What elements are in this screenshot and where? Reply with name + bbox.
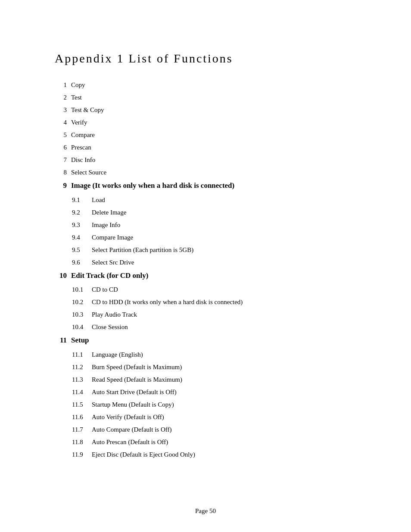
toc-section-header: 10Edit Track (for CD only) bbox=[55, 269, 356, 283]
top-item-num: 6 bbox=[55, 142, 67, 153]
section-label: Setup bbox=[71, 334, 89, 347]
section-label: Image (It works only when a hard disk is… bbox=[71, 179, 234, 193]
sub-item-label: Select Partition (Each partition is 5GB) bbox=[92, 244, 356, 256]
top-item-num: 7 bbox=[55, 154, 67, 166]
top-item-label: Compare bbox=[71, 129, 356, 141]
sub-item-num: 9.2 bbox=[72, 207, 87, 218]
sub-item-label: Auto Prescan (Default is Off) bbox=[92, 436, 356, 448]
sub-item-label: Eject Disc (Default is Eject Good Only) bbox=[92, 449, 356, 460]
toc-sub-item: 11.4Auto Start Drive (Default is Off) bbox=[55, 386, 356, 398]
top-item-num: 2 bbox=[55, 92, 67, 103]
sub-item-label: Close Session bbox=[92, 321, 356, 333]
toc-sub-item: 9.6Select Src Drive bbox=[55, 257, 356, 268]
sub-item-label: Auto Compare (Default is Off) bbox=[92, 424, 356, 436]
sub-item-label: CD to HDD (It works only when a hard dis… bbox=[92, 296, 356, 308]
toc-sub-item: 11.8Auto Prescan (Default is Off) bbox=[55, 436, 356, 448]
toc-top-item: 7Disc Info bbox=[55, 154, 356, 166]
sub-item-label: Startup Menu (Default is Copy) bbox=[92, 399, 356, 411]
toc-sub-item: 10.2CD to HDD (It works only when a hard… bbox=[55, 296, 356, 308]
top-item-label: Prescan bbox=[71, 142, 356, 153]
toc-sub-item: 9.2Delete Image bbox=[55, 207, 356, 218]
toc-list: 1Copy2Test3Test & Copy4Verify5Compare6Pr… bbox=[55, 79, 356, 460]
sub-item-label: Compare Image bbox=[92, 232, 356, 243]
sub-item-num: 9.4 bbox=[72, 232, 87, 243]
sub-item-label: Read Speed (Default is Maximum) bbox=[92, 374, 356, 386]
toc-top-item: 6Prescan bbox=[55, 142, 356, 153]
toc-sub-item: 11.5Startup Menu (Default is Copy) bbox=[55, 399, 356, 411]
top-item-num: 4 bbox=[55, 117, 67, 128]
sub-item-num: 11.3 bbox=[72, 374, 87, 386]
sub-item-label: Auto Start Drive (Default is Off) bbox=[92, 386, 356, 398]
sub-item-label: Play Audio Track bbox=[92, 309, 356, 320]
toc-sub-item: 10.1CD to CD bbox=[55, 284, 356, 296]
toc-sub-item: 9.1Load bbox=[55, 194, 356, 206]
sub-item-num: 9.1 bbox=[72, 194, 87, 206]
sub-item-label: Delete Image bbox=[92, 207, 356, 218]
toc-sub-item: 11.2Burn Speed (Default is Maximum) bbox=[55, 361, 356, 373]
sub-item-label: Auto Verify (Default is Off) bbox=[92, 411, 356, 423]
sub-item-label: Select Src Drive bbox=[92, 257, 356, 268]
toc-sub-item: 11.6Auto Verify (Default is Off) bbox=[55, 411, 356, 423]
top-item-label: Copy bbox=[71, 79, 356, 91]
toc-top-item: 1Copy bbox=[55, 79, 356, 91]
sub-item-label: Language (English) bbox=[92, 349, 356, 361]
top-item-num: 3 bbox=[55, 104, 67, 116]
toc-top-item: 2Test bbox=[55, 92, 356, 103]
top-item-label: Disc Info bbox=[71, 154, 356, 166]
sub-item-num: 11.9 bbox=[72, 449, 87, 460]
page-number: Page 50 bbox=[195, 507, 216, 514]
toc-top-item: 3Test & Copy bbox=[55, 104, 356, 116]
toc-sub-item: 9.4Compare Image bbox=[55, 232, 356, 243]
toc-sub-item: 11.1Language (English) bbox=[55, 349, 356, 361]
sub-item-label: CD to CD bbox=[92, 284, 356, 296]
top-item-label: Test & Copy bbox=[71, 104, 356, 116]
top-item-num: 5 bbox=[55, 129, 67, 141]
page-content: Appendix 1 List of Functions 1Copy2Test3… bbox=[55, 0, 356, 495]
sub-item-num: 11.6 bbox=[72, 411, 87, 423]
toc-sub-item: 10.4Close Session bbox=[55, 321, 356, 333]
sub-item-num: 11.7 bbox=[72, 424, 87, 436]
section-num: 10 bbox=[55, 269, 67, 283]
top-item-label: Verify bbox=[71, 117, 356, 128]
sub-item-num: 10.1 bbox=[72, 284, 87, 296]
toc-sub-item: 11.9Eject Disc (Default is Eject Good On… bbox=[55, 449, 356, 460]
toc-top-item: 4Verify bbox=[55, 117, 356, 128]
top-item-num: 8 bbox=[55, 167, 67, 178]
sub-item-label: Burn Speed (Default is Maximum) bbox=[92, 361, 356, 373]
sub-item-num: 11.4 bbox=[72, 386, 87, 398]
toc-sub-item: 9.3Image Info bbox=[55, 219, 356, 231]
toc-sub-item: 9.5Select Partition (Each partition is 5… bbox=[55, 244, 356, 256]
sub-item-num: 10.4 bbox=[72, 321, 87, 333]
sub-item-num: 11.5 bbox=[72, 399, 87, 411]
section-num: 9 bbox=[55, 179, 67, 193]
sub-item-label: Load bbox=[92, 194, 356, 206]
page-footer: Page 50 bbox=[195, 495, 216, 532]
page-title: Appendix 1 List of Functions bbox=[55, 52, 356, 65]
top-item-num: 1 bbox=[55, 79, 67, 91]
section-num: 11 bbox=[55, 334, 67, 347]
sub-item-num: 11.1 bbox=[72, 349, 87, 361]
top-item-label: Test bbox=[71, 92, 356, 103]
toc-section-header: 9Image (It works only when a hard disk i… bbox=[55, 179, 356, 193]
toc-section-header: 11Setup bbox=[55, 334, 356, 347]
sub-item-label: Image Info bbox=[92, 219, 356, 231]
top-item-label: Select Source bbox=[71, 167, 356, 178]
sub-item-num: 9.6 bbox=[72, 257, 87, 268]
section-label: Edit Track (for CD only) bbox=[71, 269, 148, 283]
toc-sub-item: 10.3Play Audio Track bbox=[55, 309, 356, 320]
sub-item-num: 10.3 bbox=[72, 309, 87, 320]
toc-sub-item: 11.7Auto Compare (Default is Off) bbox=[55, 424, 356, 436]
sub-item-num: 11.8 bbox=[72, 436, 87, 448]
toc-sub-item: 11.3Read Speed (Default is Maximum) bbox=[55, 374, 356, 386]
sub-item-num: 11.2 bbox=[72, 361, 87, 373]
sub-item-num: 10.2 bbox=[72, 296, 87, 308]
sub-item-num: 9.3 bbox=[72, 219, 87, 231]
sub-item-num: 9.5 bbox=[72, 244, 87, 256]
toc-top-item: 8Select Source bbox=[55, 167, 356, 178]
toc-top-item: 5Compare bbox=[55, 129, 356, 141]
